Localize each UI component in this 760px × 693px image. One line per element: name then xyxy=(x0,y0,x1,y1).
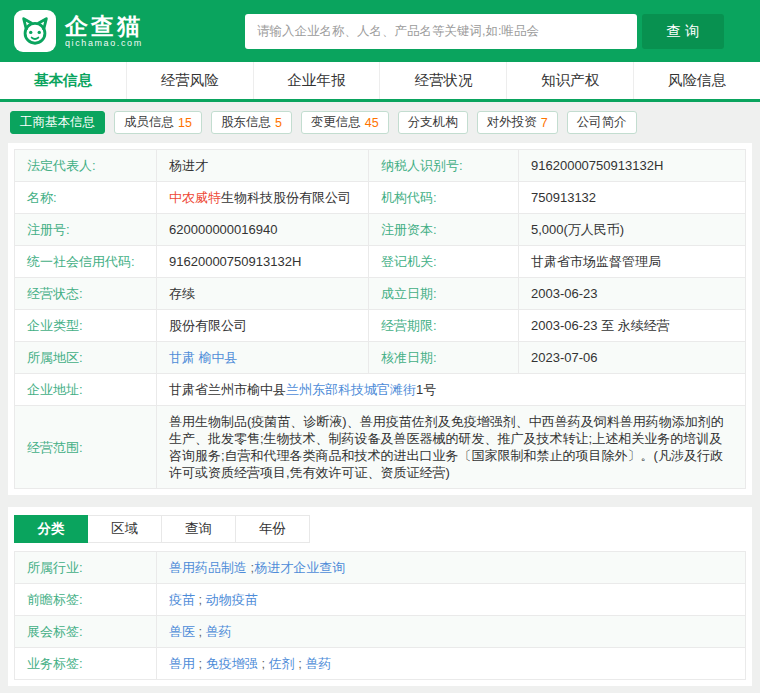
value-link[interactable]: 佐剂 xyxy=(269,656,295,671)
brand-name: 企查猫 xyxy=(65,14,143,38)
value-link[interactable]: 兽用药品制造 xyxy=(169,560,247,575)
tab-basic-info[interactable]: 基本信息 xyxy=(0,62,127,99)
value-text: ; xyxy=(195,656,206,671)
value-text: 杨进才 xyxy=(169,158,208,173)
value-link[interactable]: 兽医 xyxy=(169,624,195,639)
chip-count: 45 xyxy=(365,116,379,130)
value-text: 1号 xyxy=(416,382,436,397)
value-link[interactable]: 杨进才企业查询 xyxy=(254,560,345,575)
value-link[interactable]: 兽用 xyxy=(169,656,195,671)
chip-label: 分支机构 xyxy=(408,114,458,131)
field-label: 机构代码: xyxy=(369,182,519,214)
value-link[interactable]: 甘肃 榆中县 xyxy=(169,350,238,365)
chip-count: 15 xyxy=(178,116,192,130)
field-label: 经营范围: xyxy=(15,406,157,489)
value-text: 甘肃省兰州市榆中县 xyxy=(169,382,286,397)
field-label: 纳税人识别号: xyxy=(369,150,519,182)
chip-label: 变更信息 xyxy=(311,114,361,131)
qichamao-logo[interactable]: 企查猫 qichamao.com xyxy=(14,10,143,52)
tab-risk-info[interactable]: 风险信息 xyxy=(634,62,760,99)
chip-shareholders[interactable]: 股东信息 5 xyxy=(211,111,292,134)
chip-investments[interactable]: 对外投资 7 xyxy=(477,111,558,134)
field-value: 甘肃省兰州市榆中县兰州东部科技城官滩街1号 xyxy=(157,374,746,406)
table-row-business-scope: 经营范围: 兽用生物制品(疫菌苗、诊断液)、兽用疫苗佐剂及免疫增强剂、中西兽药及… xyxy=(15,406,746,489)
field-value: 疫苗 ; 动物疫苗 xyxy=(157,584,746,616)
page: 企查猫 qichamao.com 查询 基本信息 经营风险 企业年报 经营状况 … xyxy=(0,0,760,693)
field-label: 业务标签: xyxy=(15,648,157,680)
field-value: 5,000(万人民币) xyxy=(519,214,746,246)
search-input[interactable] xyxy=(245,14,637,49)
value-text: 2003-06-23 xyxy=(531,286,598,301)
field-value: 兽用 ; 免疫增强 ; 佐剂 ; 兽药 xyxy=(157,648,746,680)
value-link[interactable]: 免疫增强 xyxy=(206,656,258,671)
field-value: 91620000750913132H xyxy=(519,150,746,182)
ftab-region[interactable]: 区域 xyxy=(88,515,162,543)
field-label: 核准日期: xyxy=(369,342,519,374)
field-value: 620000000016940 xyxy=(157,214,369,246)
chip-label: 对外投资 xyxy=(487,114,537,131)
field-label: 统一社会信用代码: xyxy=(15,246,157,278)
value-text: 5,000(万人民币) xyxy=(531,222,624,237)
field-value: 91620000750913132H xyxy=(157,246,369,278)
value-text: 91620000750913132H xyxy=(531,158,663,173)
table-row: 企业类型: 股份有限公司 经营期限: 2003-06-23 至 永续经营 xyxy=(15,310,746,342)
field-value: 股份有限公司 xyxy=(157,310,369,342)
chip-company-profile[interactable]: 公司简介 xyxy=(567,111,637,134)
section-nav: 工商基本信息 成员信息 15 股东信息 5 变更信息 45 分支机构 对外投资 … xyxy=(0,102,760,143)
table-row: 前瞻标签: 疫苗 ; 动物疫苗 xyxy=(15,584,746,616)
field-label: 法定代表人: xyxy=(15,150,157,182)
search-bar: 查询 xyxy=(245,14,724,49)
value-link[interactable]: 兽药 xyxy=(306,656,332,671)
chip-branches[interactable]: 分支机构 xyxy=(398,111,468,134)
filter-tabs: 分类 区域 查询 年份 xyxy=(14,515,746,543)
field-value: 2003-06-23 至 永续经营 xyxy=(519,310,746,342)
value-text: 甘肃省市场监督管理局 xyxy=(531,254,661,269)
field-value: 杨进才 xyxy=(157,150,369,182)
field-label: 注册号: xyxy=(15,214,157,246)
value-link[interactable]: 兽药 xyxy=(206,624,232,639)
table-row: 注册号: 620000000016940 注册资本: 5,000(万人民币) xyxy=(15,214,746,246)
tab-business-risk[interactable]: 经营风险 xyxy=(127,62,254,99)
main-nav: 基本信息 经营风险 企业年报 经营状况 知识产权 风险信息 xyxy=(0,62,760,102)
search-button[interactable]: 查询 xyxy=(642,14,724,49)
tab-annual-report[interactable]: 企业年报 xyxy=(254,62,381,99)
value-link[interactable]: 动物疫苗 xyxy=(206,592,258,607)
value-text: 存续 xyxy=(169,286,195,301)
field-value: 甘肃 榆中县 xyxy=(157,342,369,374)
value-link[interactable]: 疫苗 xyxy=(169,592,195,607)
table-row: 业务标签: 兽用 ; 免疫增强 ; 佐剂 ; 兽药 xyxy=(15,648,746,680)
brand-domain: qichamao.com xyxy=(65,38,143,48)
value-link[interactable]: 兰州东部科技城官滩街 xyxy=(286,382,416,397)
brand-text: 企查猫 qichamao.com xyxy=(65,14,143,48)
field-value: 2023-07-06 xyxy=(519,342,746,374)
tags-table: 所属行业: 兽用药品制造 ;杨进才企业查询 前瞻标签: 疫苗 ; 动物疫苗 展会… xyxy=(14,551,746,680)
field-label: 前瞻标签: xyxy=(15,584,157,616)
chip-changes[interactable]: 变更信息 45 xyxy=(301,111,389,134)
field-label: 登记机关: xyxy=(369,246,519,278)
ftab-query[interactable]: 查询 xyxy=(162,515,236,543)
value-text: 2003-06-23 至 永续经营 xyxy=(531,318,670,333)
value-text: 750913132 xyxy=(531,190,596,205)
classification-panel: 分类 区域 查询 年份 所属行业: 兽用药品制造 ;杨进才企业查询 前瞻标签: … xyxy=(8,507,752,686)
field-value: 兽用药品制造 ;杨进才企业查询 xyxy=(157,552,746,584)
tab-intellectual-property[interactable]: 知识产权 xyxy=(507,62,634,99)
chip-label: 成员信息 xyxy=(124,114,174,131)
field-label: 展会标签: xyxy=(15,616,157,648)
ftab-category[interactable]: 分类 xyxy=(14,515,88,543)
tab-operating-status[interactable]: 经营状况 xyxy=(380,62,507,99)
value-text: ; xyxy=(195,624,206,639)
chip-label: 股东信息 xyxy=(221,114,271,131)
field-label: 所属地区: xyxy=(15,342,157,374)
value-text: 91620000750913132H xyxy=(169,254,301,269)
value-text: 生物科技股份有限公司 xyxy=(221,190,351,205)
chip-members[interactable]: 成员信息 15 xyxy=(114,111,202,134)
field-label: 成立日期: xyxy=(369,278,519,310)
value-text: 兽用生物制品(疫菌苗、诊断液)、兽用疫苗佐剂及免疫增强剂、中西兽药及饲料兽用药物… xyxy=(169,414,724,480)
ftab-year[interactable]: 年份 xyxy=(236,515,310,543)
table-row: 经营状态: 存续 成立日期: 2003-06-23 xyxy=(15,278,746,310)
business-info-table: 法定代表人: 杨进才 纳税人识别号: 91620000750913132H 名称… xyxy=(14,149,746,489)
field-label: 经营期限: xyxy=(369,310,519,342)
field-label: 经营状态: xyxy=(15,278,157,310)
chip-business-registration[interactable]: 工商基本信息 xyxy=(10,111,105,134)
table-row: 名称: 中农威特生物科技股份有限公司 机构代码: 750913132 xyxy=(15,182,746,214)
